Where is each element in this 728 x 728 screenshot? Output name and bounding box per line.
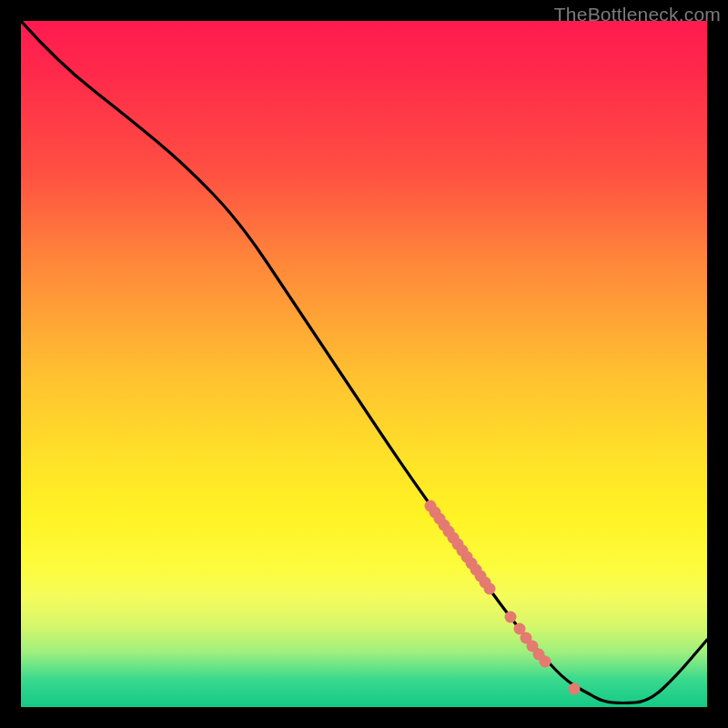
- marker-dot: [569, 683, 581, 695]
- chart-svg: [21, 21, 707, 707]
- watermark-text: TheBottleneck.com: [554, 4, 721, 25]
- chart-frame: TheBottleneck.com: [0, 0, 728, 728]
- marker-dot: [540, 656, 551, 668]
- main-curve: [21, 21, 707, 703]
- highlighted-segment: [425, 500, 581, 695]
- marker-dot: [484, 583, 496, 595]
- plot-area: [21, 21, 707, 707]
- marker-dot: [505, 612, 517, 623]
